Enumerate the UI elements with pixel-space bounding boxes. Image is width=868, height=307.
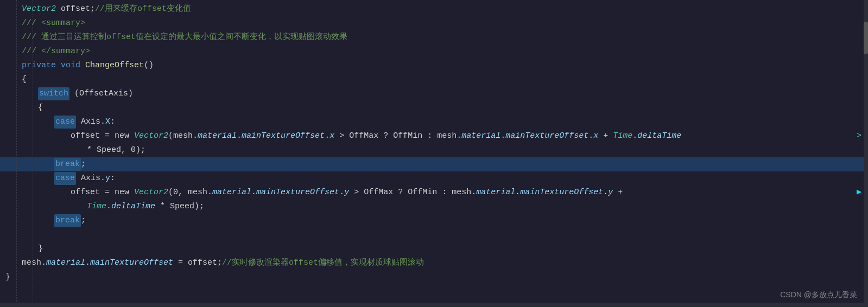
code-line-19: mesh. material . mainTextureOffset = off… [0,256,868,270]
code-token: deltaTime [111,200,155,213]
code-token: mainTextureOffset [520,186,603,199]
code-token [56,59,61,72]
code-token: offset = new [71,130,134,143]
code-line-13: case Axis. y : [0,171,868,186]
code-token: mainTextureOffset [256,186,339,199]
scrollbar-thumb[interactable] [864,22,868,54]
code-token: . [251,186,256,199]
code-token: //用来缓存offset变化值 [95,3,191,16]
code-token: () [144,59,154,72]
code-line-17 [0,228,868,242]
code-token: mainTextureOffset [505,130,588,143]
code-token: . [603,186,608,199]
code-line-2: /// <summary> [0,16,868,30]
code-token: : [110,172,115,185]
code-line-18: } [0,242,868,256]
code-token: . [85,257,90,270]
keyword-case2: case [54,172,76,185]
code-line-7: switch (OffsetAxis) [0,87,868,101]
code-token: x [330,130,334,143]
code-line-8: { [0,101,868,115]
code-token: (OffsetAxis) [69,87,133,100]
code-token: material [212,186,251,199]
code-token: ChangeOffset [85,59,144,72]
code-token: ; [81,158,86,171]
code-token: Axis. [76,116,105,129]
keyword-switch: switch [38,87,69,100]
code-token: //实时修改渲染器offset偏移值，实现材质球贴图滚动 [222,257,424,270]
code-token: + [613,186,623,199]
code-line-15: Time . deltaTime * Speed); [0,200,868,214]
code-token: offset; [56,3,95,16]
code-token: offset = new [71,186,134,199]
code-token: . [339,186,344,199]
code-token: > OffMax ? OffMin : mesh. [349,186,476,199]
scrollbar-horizontal[interactable] [0,303,864,307]
code-line-16: break ; [0,214,868,228]
code-token [38,228,43,241]
watermark: CSDN @多放点儿香菜 [780,289,857,300]
scrollbar-vertical[interactable] [864,0,868,307]
code-token: material [198,130,237,143]
code-token: > OffMax ? OffMin : mesh. [334,130,461,143]
code-token: material [461,130,500,143]
code-token: } [5,271,10,284]
keyword-case: case [54,116,76,129]
code-token: ; [81,214,86,227]
code-token: = offset; [173,257,222,270]
code-token: void [61,59,80,72]
code-line-12: break ; [0,157,868,171]
code-token: . [237,130,242,143]
code-token: material [476,186,515,199]
code-token: x [593,130,598,143]
code-line-4: /// </summary> [0,44,868,59]
code-token: y [105,172,110,185]
code-token: > [857,130,861,143]
code-token: private [22,59,56,72]
code-token: * Speed); [155,200,204,213]
code-token: material [46,257,85,270]
scroll-indicator: ▶ [857,186,861,199]
code-token: . [500,130,505,143]
code-token: . [106,200,111,213]
code-token: Vector2 [134,186,168,199]
code-line-9: case Axis. X : [0,115,868,129]
code-token: y [344,186,349,199]
code-line-6: { [0,73,868,87]
code-token: Time [87,200,106,213]
code-token: . [632,130,637,143]
code-token: } [38,242,43,255]
code-line-5: private void ChangeOffset () [0,59,868,73]
code-line-14: offset = new Vector2 (0, mesh. material … [0,186,868,200]
code-line-1: Vector2 offset; //用来缓存offset变化值 [0,2,868,16]
code-token: /// </summary> [22,45,90,58]
code-token: (mesh. [168,130,198,143]
code-token: X [105,116,110,129]
keyword-break2: break [54,214,81,227]
code-token: : [110,116,115,129]
code-token: /// 通过三目运算控制offset值在设定的最大最小值之间不断变化，以实现贴图… [22,31,347,44]
code-token: . [515,186,520,199]
code-token: mesh. [22,257,46,270]
code-token: { [38,101,43,114]
code-token: deltaTime [637,130,681,143]
code-token: Time [613,130,632,143]
code-token: * Speed, 0); [87,144,145,157]
code-token: + [598,130,613,143]
code-token: Vector2 [22,3,56,16]
code-line-11: * Speed, 0); [0,143,868,157]
code-token: y [608,186,613,199]
code-token: mainTextureOffset [90,257,173,270]
code-token [80,59,85,72]
code-line-10: offset = new Vector2 (mesh. material . m… [0,129,868,143]
code-line-3: /// 通过三目运算控制offset值在设定的最大最小值之间不断变化，以实现贴图… [0,30,868,44]
code-token: . [325,130,330,143]
code-line-20: } [0,270,868,284]
code-token: (0, mesh. [168,186,212,199]
code-token: Axis. [76,172,105,185]
code-editor: Vector2 offset; //用来缓存offset变化值 /// <sum… [0,0,868,307]
code-token: . [588,130,593,143]
code-lines: Vector2 offset; //用来缓存offset变化值 /// <sum… [0,0,868,286]
code-token: { [22,73,27,86]
code-token: /// <summary> [22,17,85,30]
